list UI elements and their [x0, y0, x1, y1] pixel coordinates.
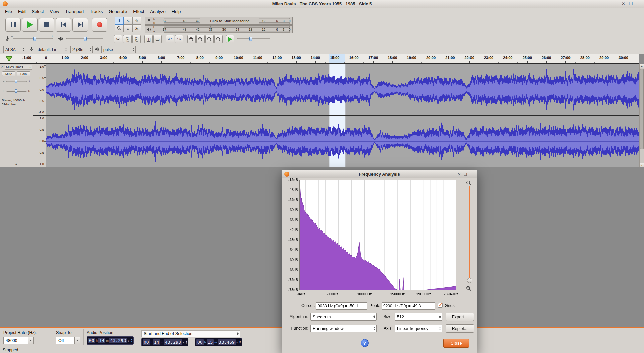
zoom-slider[interactable]: [469, 186, 470, 278]
minimize-window-button[interactable]: —: [637, 1, 641, 6]
menu-file[interactable]: File: [2, 8, 15, 15]
grids-checkbox[interactable]: ✓: [438, 303, 443, 308]
track-close-button[interactable]: ×: [1, 64, 3, 69]
skip-to-start-button[interactable]: [56, 18, 71, 32]
time-digits[interactable]: 33.469: [218, 339, 236, 345]
slider-thumb[interactable]: [15, 89, 17, 93]
waveform-right-channel[interactable]: [46, 116, 639, 167]
zoom-in-button[interactable]: +: [187, 35, 196, 43]
audio-host-dropdown[interactable]: ALSA: [3, 46, 26, 53]
time-spinner[interactable]: ▲▼: [185, 340, 187, 344]
menu-help[interactable]: Help: [169, 8, 184, 15]
slider-thumb[interactable]: [15, 80, 17, 83]
silence-audio-button[interactable]: ▭: [153, 35, 162, 43]
menu-edit[interactable]: Edit: [15, 8, 29, 15]
axis-dropdown[interactable]: Linear frequency: [395, 325, 442, 332]
frequency-analysis-dialog[interactable]: Frequency Analysis ✕ ❐ — -12dB-18dB-24dB…: [282, 170, 477, 353]
zoom-in-icon[interactable]: +: [466, 180, 471, 185]
audio-position-field[interactable]: 00h14m43.293s▲▼: [87, 336, 134, 345]
vertical-scrollbar[interactable]: ▲ ▼: [639, 64, 644, 167]
spectrum-plot[interactable]: [299, 180, 456, 290]
slider-thumb[interactable]: [84, 37, 87, 41]
recording-volume-slider[interactable]: [13, 38, 53, 39]
recording-channels-dropdown[interactable]: 2 (Ste: [70, 46, 93, 53]
maximize-window-button[interactable]: ❐: [629, 1, 633, 6]
redo-button[interactable]: ↷: [175, 35, 183, 43]
play-button[interactable]: [22, 18, 38, 32]
time-digits[interactable]: 43.293: [164, 339, 182, 345]
waveform-area[interactable]: [46, 64, 639, 167]
titlebar[interactable]: Miles Davis - The CBS Years 1955 - 1985 …: [0, 0, 644, 8]
play-speed-slider[interactable]: [237, 38, 270, 39]
selection-start-field[interactable]: 00h14m43.293s▲▼: [141, 338, 188, 346]
zoom-slider-thumb[interactable]: [467, 278, 472, 283]
playback-device-dropdown[interactable]: pulse: [101, 46, 136, 53]
time-digits[interactable]: 14: [153, 339, 160, 345]
menu-view[interactable]: View: [47, 8, 62, 15]
selection-mode-dropdown[interactable]: Start and End of Selection: [141, 330, 240, 337]
help-button[interactable]: ?: [361, 339, 369, 347]
dialog-maximize-button[interactable]: ❐: [464, 172, 467, 177]
audio-track[interactable]: × Miles Davis ▾ Mute Solo − + L R Stereo…: [0, 64, 639, 167]
function-dropdown[interactable]: Hanning window: [310, 325, 377, 332]
scroll-down-icon[interactable]: ▼: [640, 163, 644, 167]
time-digits[interactable]: 14: [98, 338, 106, 343]
mute-button[interactable]: Mute: [2, 71, 15, 76]
close-window-button[interactable]: ✕: [622, 1, 625, 6]
time-digits[interactable]: 00: [88, 338, 95, 343]
time-digits[interactable]: 43.293: [109, 338, 127, 343]
copy-button[interactable]: ⎘: [123, 35, 132, 43]
export-button[interactable]: Export...: [446, 313, 474, 321]
track-collapse-button[interactable]: ▲: [0, 162, 33, 166]
menu-generate[interactable]: Generate: [106, 8, 130, 15]
replot-button[interactable]: Replot...: [446, 324, 474, 333]
dialog-close-button[interactable]: ✕: [458, 172, 461, 177]
gain-slider[interactable]: − +: [2, 79, 31, 84]
fit-project-button[interactable]: [214, 35, 223, 43]
trim-audio-button[interactable]: ◫: [144, 35, 153, 43]
time-spinner[interactable]: ▲▼: [239, 340, 241, 344]
monitoring-hint[interactable]: Click to Start Monitoring: [200, 17, 259, 24]
time-spinner[interactable]: ▲▼: [131, 339, 133, 342]
scroll-up-icon[interactable]: ▲: [640, 64, 644, 68]
undo-button[interactable]: ↶: [166, 35, 174, 43]
time-digits[interactable]: 00: [196, 339, 204, 345]
snap-to-dropdown[interactable]: Off: [56, 337, 80, 344]
close-button[interactable]: Close: [443, 339, 469, 348]
recording-device-dropdown[interactable]: default: Lir: [36, 46, 68, 53]
draw-tool-button[interactable]: ✎: [132, 17, 141, 25]
skip-to-end-button[interactable]: [72, 18, 88, 32]
solo-button[interactable]: Solo: [17, 71, 30, 76]
playback-meter[interactable]: L R -57-48-42-36-30-24-18-12-6-30: [145, 25, 293, 33]
menu-effect[interactable]: Effect: [130, 8, 147, 15]
zoom-out-button[interactable]: −: [196, 35, 205, 43]
selection-tool-button[interactable]: I: [115, 17, 124, 25]
selection-end-field[interactable]: 00h15m33.469s▲▼: [195, 338, 242, 346]
zoom-out-icon[interactable]: −: [466, 286, 471, 291]
waveform-left-channel[interactable]: [46, 64, 639, 115]
time-digits[interactable]: 15: [207, 339, 214, 345]
menu-select[interactable]: Select: [29, 8, 47, 15]
envelope-tool-button[interactable]: ∿: [123, 17, 133, 25]
slider-thumb[interactable]: [33, 37, 36, 41]
time-digits[interactable]: 00: [143, 339, 150, 345]
multi-tool-button[interactable]: ∗: [132, 24, 141, 32]
cursor-value-field[interactable]: 9033 Hz (C#9) = -50 d: [316, 302, 367, 310]
playback-volume-slider[interactable]: [66, 38, 103, 39]
record-button[interactable]: [92, 18, 107, 32]
timeline-pin-icon[interactable]: [5, 55, 13, 62]
slider-thumb[interactable]: [249, 37, 252, 41]
pause-button[interactable]: [5, 18, 21, 32]
stop-button[interactable]: [39, 18, 54, 32]
menu-transport[interactable]: Transport: [62, 8, 87, 15]
time-shift-tool-button[interactable]: ↔: [123, 24, 133, 32]
zoom-tool-button[interactable]: [115, 24, 124, 32]
paste-button[interactable]: ⎗: [132, 35, 141, 43]
project-rate-dropdown[interactable]: 48000: [3, 337, 34, 344]
track-title-bar[interactable]: Miles Davis ▾: [5, 65, 32, 70]
algorithm-dropdown[interactable]: Spectrum: [310, 313, 377, 321]
fit-selection-button[interactable]: [205, 35, 214, 43]
timeline-ruler[interactable]: -1:0001:002:003:004:005:006:007:008:009:…: [0, 54, 639, 64]
menu-tracks[interactable]: Tracks: [87, 8, 106, 15]
play-at-speed-button[interactable]: [226, 35, 234, 43]
